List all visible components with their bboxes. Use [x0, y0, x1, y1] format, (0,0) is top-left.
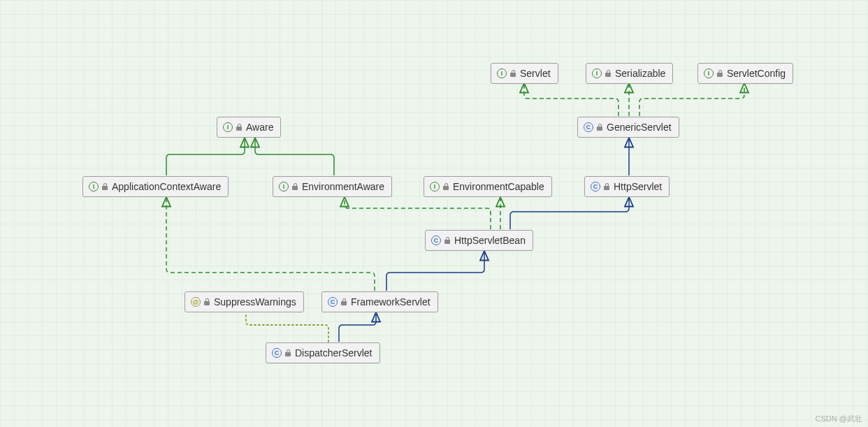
class-icon: C: [431, 236, 441, 245]
class-icon: C: [591, 182, 600, 191]
lock-icon: [717, 70, 723, 77]
lock-icon: [443, 183, 449, 190]
node-label: DispatcherServlet: [295, 347, 372, 359]
node-label: ServletConfig: [727, 68, 786, 79]
interface-icon: I: [592, 68, 602, 78]
watermark: CSDN @武壮: [816, 414, 862, 424]
annotation-icon: @: [191, 297, 201, 307]
interface-icon: I: [704, 68, 714, 78]
lock-icon: [285, 349, 291, 356]
lock-icon: [204, 298, 210, 305]
node-label: EnvironmentAware: [302, 181, 384, 192]
lock-icon: [444, 237, 450, 244]
node-label: HttpServletBean: [454, 235, 526, 246]
node-suppress-warnings[interactable]: @ SuppressWarnings: [185, 291, 304, 312]
lock-icon: [597, 124, 602, 131]
node-label: SuppressWarnings: [214, 296, 296, 307]
node-http-servlet[interactable]: C HttpServlet: [584, 176, 670, 197]
class-icon: C: [272, 348, 282, 358]
node-environment-aware[interactable]: I EnvironmentAware: [273, 176, 392, 197]
interface-icon: I: [497, 68, 507, 78]
node-label: ApplicationContextAware: [112, 181, 221, 192]
node-framework-servlet[interactable]: C FrameworkServlet: [321, 291, 438, 312]
lock-icon: [102, 183, 108, 190]
interface-icon: I: [279, 182, 289, 191]
node-label: EnvironmentCapable: [453, 181, 544, 192]
node-label: GenericServlet: [607, 122, 672, 133]
node-application-context-aware[interactable]: I ApplicationContextAware: [82, 176, 229, 197]
node-servlet-config[interactable]: I ServletConfig: [697, 63, 793, 84]
node-generic-servlet[interactable]: C GenericServlet: [577, 117, 679, 138]
node-http-servlet-bean[interactable]: C HttpServletBean: [425, 230, 533, 251]
class-icon: C: [584, 122, 593, 132]
node-aware[interactable]: I Aware: [217, 117, 281, 138]
node-dispatcher-servlet[interactable]: C DispatcherServlet: [266, 342, 380, 363]
node-label: FrameworkServlet: [351, 296, 431, 307]
node-label: Servlet: [520, 68, 551, 79]
node-environment-capable[interactable]: I EnvironmentCapable: [424, 176, 552, 197]
lock-icon: [605, 70, 611, 77]
lock-icon: [510, 70, 516, 77]
lock-icon: [236, 124, 242, 131]
node-label: Serializable: [615, 68, 665, 79]
lock-icon: [604, 183, 609, 190]
lock-icon: [292, 183, 298, 190]
interface-icon: I: [89, 182, 99, 191]
interface-icon: I: [430, 182, 440, 191]
node-label: HttpServlet: [614, 181, 662, 192]
interface-icon: I: [223, 122, 233, 132]
node-serializable[interactable]: I Serializable: [586, 63, 673, 84]
node-servlet[interactable]: I Servlet: [491, 63, 558, 84]
node-label: Aware: [246, 122, 273, 133]
class-icon: C: [328, 297, 338, 307]
lock-icon: [341, 298, 347, 305]
